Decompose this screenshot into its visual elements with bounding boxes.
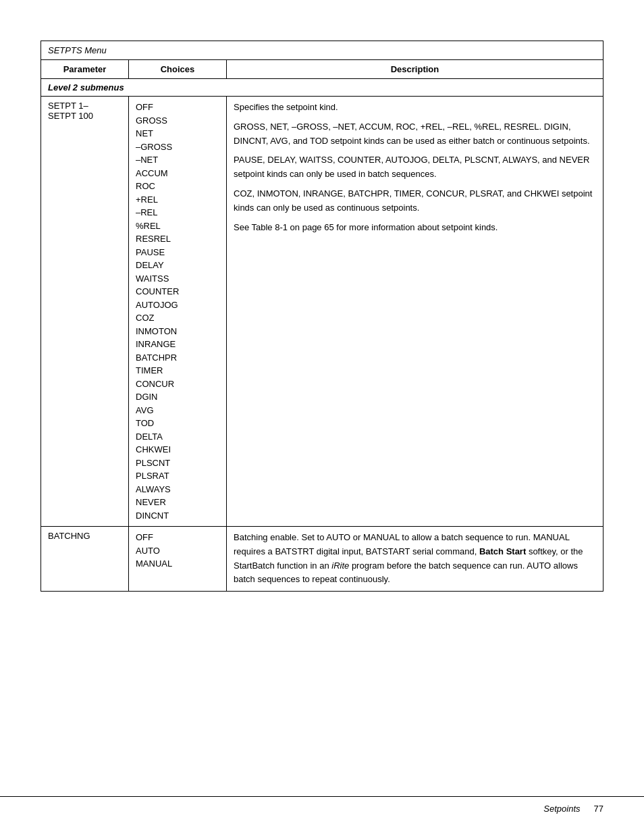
subheader-row: Level 2 submenus <box>41 79 603 97</box>
table-row: SETPT 1–SETPT 100 OFFGROSSNET–GROSS–NETA… <box>41 97 603 527</box>
cell-desc-batchng: Batching enable. Set to AUTO or MANUAL t… <box>227 527 603 591</box>
table-title: SETPTS Menu <box>41 41 603 60</box>
cell-desc-setpt: Specifies the setpoint kind. GROSS, NET,… <box>227 97 603 526</box>
desc-p3: PAUSE, DELAY, WAITSS, COUNTER, AUTOJOG, … <box>234 153 596 182</box>
header-desc: Description <box>227 60 603 78</box>
cell-choices-batchng: OFFAUTOMANUAL <box>129 527 227 591</box>
page-wrapper: SETPTS Menu Parameter Choices Descriptio… <box>0 0 644 646</box>
footer-label: Setpoints <box>543 804 580 814</box>
desc-p4: COZ, INMOTON, INRANGE, BATCHPR, TIMER, C… <box>234 187 596 215</box>
header-param: Parameter <box>41 60 129 78</box>
cell-param-batchng: BATCHNG <box>41 527 129 591</box>
table-row: BATCHNG OFFAUTOMANUAL Batching enable. S… <box>41 527 603 591</box>
table-title-text: SETPTS Menu <box>48 45 107 55</box>
desc-p2: GROSS, NET, –GROSS, –NET, ACCUM, ROC, +R… <box>234 120 596 149</box>
footer: Setpoints 77 <box>0 796 644 814</box>
desc-p1: Specifies the setpoint kind. <box>234 101 596 115</box>
desc-p5: See Table 8-1 on page 65 for more inform… <box>234 221 596 235</box>
table-header: Parameter Choices Description <box>41 60 603 79</box>
cell-choices-setpt: OFFGROSSNET–GROSS–NETACCUMROC+REL–REL%RE… <box>129 97 227 526</box>
footer-page-number: 77 <box>594 804 603 814</box>
desc-batchng-p1: Batching enable. Set to AUTO or MANUAL t… <box>234 531 596 587</box>
cell-param-setpt: SETPT 1–SETPT 100 <box>41 97 129 526</box>
main-table: SETPTS Menu Parameter Choices Descriptio… <box>41 41 603 592</box>
header-choices: Choices <box>129 60 227 78</box>
